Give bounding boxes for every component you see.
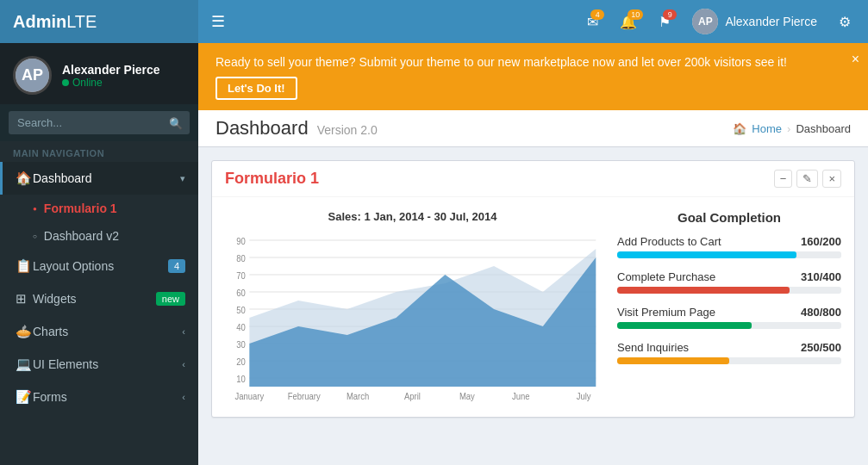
breadcrumb-current: Dashboard xyxy=(796,122,851,135)
goal-section: Goal Completion Add Products to Cart 160… xyxy=(617,210,841,404)
progress-fill-3 xyxy=(617,357,729,364)
configure-button[interactable]: ✎ xyxy=(796,170,818,188)
sidebar-item-formulario1[interactable]: ● Formulario 1 xyxy=(0,195,198,222)
sidebar-item-widgets[interactable]: ⊞ Widgets new xyxy=(0,282,198,315)
svg-text:60: 60 xyxy=(236,288,246,298)
navbar: AdminLTE ☰ ✉ 4 🔔 10 ⚑ 9 AP Alexander Pie… xyxy=(0,0,868,43)
minimize-button[interactable]: − xyxy=(774,170,793,188)
goal-item-header-1: Complete Purchase 310/400 xyxy=(617,270,841,283)
chart-area: 90 80 70 60 50 40 30 20 10 xyxy=(225,232,600,404)
flags-button[interactable]: ⚑ 9 xyxy=(650,7,679,37)
goal-value-2: 480/800 xyxy=(801,306,841,319)
sidebar-item-dashboardv2[interactable]: ○ Dashboard v2 xyxy=(0,222,198,250)
home-icon: 🏠 xyxy=(733,122,746,135)
progress-bg-2 xyxy=(617,322,841,329)
goal-title: Goal Completion xyxy=(617,210,841,225)
sidebar-search: 🔍 xyxy=(0,104,198,141)
layout-label: Layout Options xyxy=(33,259,168,273)
progress-fill-1 xyxy=(617,287,790,294)
search-icon: 🔍 xyxy=(169,116,183,129)
svg-text:20: 20 xyxy=(236,357,246,367)
sidebar-toggle-button[interactable]: ☰ xyxy=(198,12,238,31)
goal-label-0: Add Products to Cart xyxy=(617,235,721,248)
svg-text:70: 70 xyxy=(236,271,246,281)
formulario1-box: Formulario 1 − ✎ × Sales: 1 Jan, 2014 - … xyxy=(211,160,855,418)
page-version: Version 2.0 xyxy=(317,123,378,137)
sidebar-item-charts[interactable]: 🥧 Charts ‹ xyxy=(0,315,198,348)
svg-text:80: 80 xyxy=(236,254,246,264)
goal-label-2: Visit Premium Page xyxy=(617,306,715,319)
sidebar-avatar-initials: AP xyxy=(16,59,49,92)
formulario1-label: Formulario 1 xyxy=(44,202,117,215)
charts-chevron-icon: ‹ xyxy=(182,326,185,337)
goal-value-0: 160/200 xyxy=(801,235,841,248)
svg-text:10: 10 xyxy=(236,375,246,384)
alert-close-button[interactable]: × xyxy=(852,52,859,67)
status-dot xyxy=(62,79,69,86)
circle-icon: ○ xyxy=(33,232,37,240)
sidebar-item-ui-elements[interactable]: 💻 UI Elements ‹ xyxy=(0,348,198,381)
svg-text:May: May xyxy=(459,392,475,401)
forms-label: Forms xyxy=(33,390,182,404)
user-menu[interactable]: AP Alexander Pierce xyxy=(684,9,826,34)
notifications-badge: 10 xyxy=(628,9,643,20)
forms-chevron-icon: ‹ xyxy=(182,392,185,402)
widgets-label: Widgets xyxy=(33,292,156,306)
sidebar-item-forms[interactable]: 📝 Forms ‹ xyxy=(0,381,198,413)
svg-text:40: 40 xyxy=(236,323,246,332)
goal-item-header-0: Add Products to Cart 160/200 xyxy=(617,235,841,248)
goal-item-header-2: Visit Premium Page 480/800 xyxy=(617,306,841,319)
sidebar-avatar: AP xyxy=(13,56,52,95)
brand-light: LTE xyxy=(66,12,97,32)
status-label: Online xyxy=(72,77,103,89)
ui-icon: 💻 xyxy=(16,356,33,372)
widgets-badge: new xyxy=(156,292,185,306)
goal-item-header-3: Send Inquiries 250/500 xyxy=(617,341,841,354)
dashboard-icon: 🏠 xyxy=(16,170,33,186)
nav-label: MAIN NAVIGATION xyxy=(0,141,198,162)
box-title: Formulario 1 xyxy=(225,170,774,188)
sidebar: AP Alexander Pierce Online 🔍 MAIN NAVIGA… xyxy=(0,43,198,465)
page-title-wrap: Dashboard Version 2.0 xyxy=(215,117,378,140)
main-content: Ready to sell your theme? Submit your th… xyxy=(198,43,868,465)
messages-button[interactable]: ✉ 4 xyxy=(578,7,607,37)
svg-text:90: 90 xyxy=(236,237,246,246)
content-area: Formulario 1 − ✎ × Sales: 1 Jan, 2014 - … xyxy=(198,147,868,465)
forms-icon: 📝 xyxy=(16,389,33,405)
alert-banner: Ready to sell your theme? Submit your th… xyxy=(198,43,868,110)
ui-chevron-icon: ‹ xyxy=(182,359,185,369)
search-input[interactable] xyxy=(9,111,190,134)
goal-label-1: Complete Purchase xyxy=(617,270,715,283)
svg-text:50: 50 xyxy=(236,306,246,315)
brand: AdminLTE xyxy=(0,0,198,43)
box-header: Formulario 1 − ✎ × xyxy=(212,161,854,197)
lets-do-it-button[interactable]: Let's Do It! xyxy=(215,77,297,100)
chevron-down-icon: ▾ xyxy=(180,173,185,184)
svg-text:April: April xyxy=(404,392,421,401)
messages-badge: 4 xyxy=(590,9,604,20)
sidebar-item-layout-options[interactable]: 📋 Layout Options 4 xyxy=(0,250,198,282)
flags-badge: 9 xyxy=(663,9,677,20)
notifications-button[interactable]: 🔔 10 xyxy=(611,7,646,37)
dashboard-label: Dashboard xyxy=(33,171,180,185)
sidebar-status: Online xyxy=(62,77,160,89)
avatar: AP xyxy=(692,9,718,34)
widgets-icon: ⊞ xyxy=(16,291,33,307)
alert-content: Ready to sell your theme? Submit your th… xyxy=(215,53,851,100)
progress-bg-3 xyxy=(617,357,841,364)
layout-icon: 📋 xyxy=(16,258,33,274)
progress-fill-0 xyxy=(617,251,796,258)
sidebar-item-dashboard[interactable]: 🏠 Dashboard ▾ xyxy=(0,162,198,195)
breadcrumb-home[interactable]: Home xyxy=(752,122,782,135)
svg-text:February: February xyxy=(288,392,321,401)
progress-fill-2 xyxy=(617,322,752,329)
sidebar-user-panel: AP Alexander Pierce Online xyxy=(0,43,198,104)
alert-text: Ready to sell your theme? Submit your th… xyxy=(215,55,787,69)
gear-icon: ⚙ xyxy=(839,15,851,29)
username-label: Alexander Pierce xyxy=(725,15,817,28)
settings-button[interactable]: ⚙ xyxy=(830,14,859,30)
close-button[interactable]: × xyxy=(822,170,841,188)
svg-text:July: July xyxy=(577,392,591,401)
chart-section: Sales: 1 Jan, 2014 - 30 Jul, 2014 90 80 … xyxy=(225,210,600,404)
ui-label: UI Elements xyxy=(33,357,182,371)
